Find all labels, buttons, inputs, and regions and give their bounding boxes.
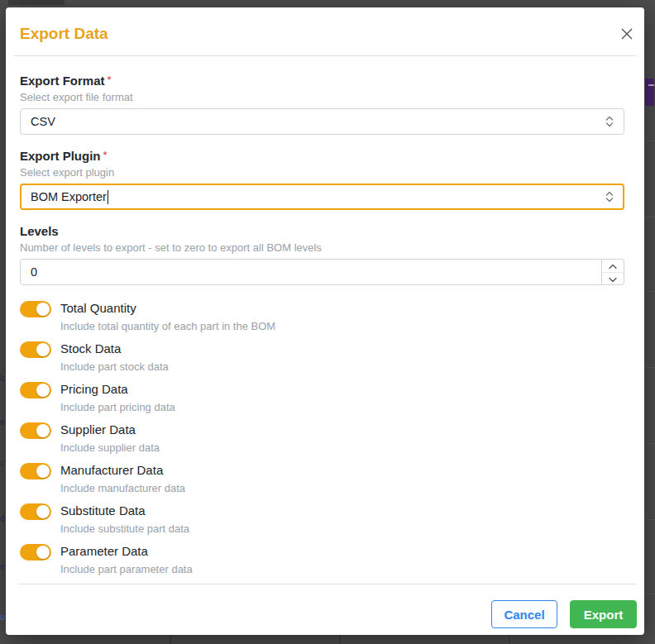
close-button[interactable] [619,26,635,43]
toggle-label: Stock Data [60,341,169,357]
background-text-fragment: e [0,562,5,572]
toggle-row-supplier-data: Supplier Data Include supplier data [20,422,624,455]
background-text-fragment: d [0,514,5,524]
background-tab-remnant [8,0,65,5]
background-text-fragment: c [0,459,5,469]
toggle-text: Total Quantity Include total quantity of… [60,300,275,333]
toggle-row-pricing-data: Pricing Data Include part pricing data [20,381,624,414]
background-text-fragment: lo [0,374,5,384]
background-text-fragment: el [0,417,5,427]
background-row-line [644,519,655,520]
levels-field: Levels Number of levels to export - set … [20,224,624,285]
levels-label: Levels [20,224,624,239]
toggle-label: Manufacturer Data [60,462,185,479]
export-format-field: Export Format* Select export file format… [20,74,624,135]
dialog-body: Export Format* Select export file format… [6,56,644,584]
export-format-label: Export Format* [20,74,624,88]
toggle-help: Include part parameter data [60,563,193,576]
chevron-down-icon [609,273,617,285]
dialog-footer: Cancel Export [6,584,644,637]
toggle-row-parameter-data: Parameter Data Include part parameter da… [20,543,624,576]
dialog-header: Export Data [6,7,644,55]
export-plugin-field: Export Plugin* Select export plugin BOM … [20,149,624,210]
export-format-select[interactable]: CSV [20,108,624,135]
toggle-text: Manufacturer Data Include manufacturer d… [60,462,185,495]
toggle-help: Include supplier data [60,441,160,455]
toggle-text: Parameter Data Include part parameter da… [60,543,193,576]
background-row-line [644,141,655,141]
export-plugin-label: Export Plugin* [20,149,624,164]
toggle-knob [36,424,50,437]
spinner-down-button[interactable] [602,273,624,285]
toggle-knob [36,546,50,559]
required-asterisk: * [103,149,108,161]
total-quantity-toggle[interactable] [20,301,51,317]
pricing-data-toggle[interactable] [20,382,51,398]
toggle-help: Include manufacturer data [60,482,185,495]
toggle-knob [36,465,50,478]
toggle-row-total-quantity: Total Quantity Include total quantity of… [20,300,624,333]
export-format-help: Select export file format [20,91,624,104]
background-text-fragment: u [0,613,5,623]
spinner-up-button[interactable] [602,260,624,273]
background-row-line [644,367,655,368]
export-data-dialog: Export Data Export Format* Select export… [6,7,644,635]
toggle-label: Substitute Data [60,503,189,519]
toggle-knob [36,343,50,356]
toggle-help: Include part pricing data [60,401,175,414]
footer-divider [18,584,637,584]
close-icon [620,27,633,43]
toggle-text: Stock Data Include part stock data [60,341,169,374]
export-plugin-value: BOM Exporter [31,190,107,203]
background-row-line [644,443,655,444]
text-cursor [108,190,108,204]
toggle-help: Include total quantity of each part in t… [60,320,275,333]
chevron-up-icon [609,260,617,272]
footer-buttons: Cancel Export [13,600,637,628]
export-format-value: CSV [31,115,55,128]
manufacturer-data-toggle[interactable] [20,463,51,479]
chevron-up-down-icon [605,115,614,128]
toggle-options-section: Total Quantity Include total quantity of… [20,300,624,576]
toggle-label: Pricing Data [60,381,175,398]
toggle-help: Include substitute part data [60,522,189,536]
toggle-label: Supplier Data [60,422,160,438]
background-row-line [644,217,655,217]
chevron-up-down-icon [605,190,614,203]
toggle-label: Total Quantity [60,300,275,317]
background-row-line [644,291,655,292]
substitute-data-toggle[interactable] [20,503,51,520]
levels-input[interactable]: 0 [20,259,624,285]
toggle-knob [36,303,50,316]
dialog-title: Export Data [20,24,630,44]
toggle-row-substitute-data: Substitute Data Include substitute part … [20,503,624,536]
export-button[interactable]: Export [570,600,637,628]
background-purple-badge [645,79,654,106]
parameter-data-toggle[interactable] [20,544,51,561]
toggle-help: Include part stock data [60,360,169,374]
export-plugin-help: Select export plugin [20,166,624,179]
required-asterisk: * [108,74,112,86]
export-plugin-select[interactable]: BOM Exporter [20,184,624,210]
toggle-text: Pricing Data Include part pricing data [60,381,175,414]
toggle-text: Supplier Data Include supplier data [60,422,160,455]
number-spinner [601,260,624,284]
supplier-data-toggle[interactable] [20,422,51,439]
toggle-row-stock-data: Stock Data Include part stock data [20,341,624,374]
toggle-knob [36,384,50,397]
toggle-text: Substitute Data Include substitute part … [60,503,189,536]
cancel-button[interactable]: Cancel [491,600,557,628]
toggle-row-manufacturer-data: Manufacturer Data Include manufacturer d… [20,462,624,495]
toggle-label: Parameter Data [60,543,193,560]
levels-value: 0 [31,265,37,279]
toggle-knob [36,505,50,518]
levels-help: Number of levels to export - set to zero… [20,241,624,255]
background-row-line [644,594,655,594]
stock-data-toggle[interactable] [20,341,51,358]
